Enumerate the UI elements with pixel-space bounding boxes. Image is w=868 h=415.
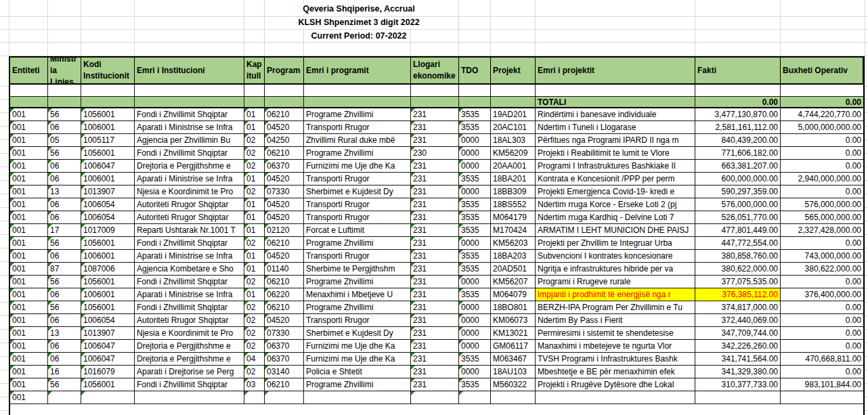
sheet-title-cell-1[interactable]: Qeveria Shqiperise, Accrual: [217, 3, 501, 15]
cell[interactable]: 3535: [459, 378, 491, 391]
cell[interactable]: 840,439,200.00: [695, 134, 781, 146]
cell[interactable]: Fondi i Zhvillimit Shqiptar: [135, 301, 244, 313]
cell[interactable]: BERZH-IPA Program Per Zhvillimin e Tu: [536, 301, 695, 313]
cell[interactable]: 0.00: [781, 314, 863, 326]
sheet-title-cell-3[interactable]: Current Period: 07-2022: [217, 30, 501, 42]
cell[interactable]: 03: [244, 378, 265, 391]
cell[interactable]: 1016079: [81, 366, 135, 378]
cell[interactable]: 1006001: [81, 121, 135, 133]
cell[interactable]: 576,000,000.00: [781, 198, 863, 211]
header-cell-program[interactable]: Program: [265, 58, 304, 83]
cell[interactable]: Programe Zhvillimi: [304, 276, 411, 288]
cell[interactable]: 01: [244, 121, 265, 133]
cell[interactable]: 231: [411, 250, 459, 262]
cell[interactable]: 3535: [459, 198, 491, 211]
cell[interactable]: 13: [48, 327, 81, 339]
totals-buxheti-cell[interactable]: 0.00: [781, 97, 863, 107]
cell[interactable]: 01: [244, 263, 265, 275]
cell[interactable]: ARMATIM I LEHT MUNICION DHE PAISJ: [536, 224, 695, 236]
cell[interactable]: 18AU103: [491, 366, 536, 378]
cell[interactable]: 001: [10, 237, 48, 249]
cell[interactable]: 03140: [265, 366, 304, 378]
cell[interactable]: 231: [411, 314, 459, 326]
cell[interactable]: 01: [244, 173, 265, 185]
cell[interactable]: 0.00: [781, 327, 863, 339]
cell[interactable]: 06220: [265, 288, 304, 301]
header-cell-emri-programit[interactable]: Emri i programit: [304, 58, 411, 83]
cell[interactable]: Agjencia Kombetare e Sho: [135, 263, 244, 275]
cell[interactable]: Kontrata e Koncesionit /PPP per perm: [536, 173, 695, 185]
cell[interactable]: 590,297,359.00: [695, 185, 781, 198]
cell[interactable]: 06210: [265, 378, 304, 391]
header-cell-emri-institucioni[interactable]: Emri i Institucioni: [135, 58, 244, 83]
header-cell-llogari-ekonomike[interactable]: Llogari ekonomike: [411, 58, 459, 83]
header-cell-entiteti[interactable]: Entiteti: [10, 58, 48, 83]
totals-empty-cell[interactable]: [265, 97, 304, 107]
cell[interactable]: 06: [48, 288, 81, 301]
cell[interactable]: 87: [48, 263, 81, 275]
empty-cell[interactable]: [411, 85, 459, 96]
totals-empty-cell[interactable]: [244, 97, 265, 107]
cell[interactable]: 1013907: [81, 327, 135, 339]
cell[interactable]: 1006054: [81, 314, 135, 326]
cell[interactable]: Furnizimi me Uje dhe Ka: [304, 353, 411, 365]
cell[interactable]: M560322: [491, 378, 536, 391]
cell[interactable]: 06210: [265, 237, 304, 249]
cell[interactable]: 576,000,000.00: [695, 198, 781, 211]
cell[interactable]: 3,477,130,870.00: [695, 108, 781, 121]
cell[interactable]: 231: [411, 173, 459, 185]
cell[interactable]: 0000: [459, 134, 491, 146]
cell[interactable]: 01: [244, 198, 265, 211]
cell[interactable]: 0.00: [781, 366, 863, 378]
cell[interactable]: 0000: [459, 301, 491, 313]
cell[interactable]: 0000: [459, 237, 491, 249]
cell[interactable]: Furnizimi me Uje dhe Ka: [304, 160, 411, 172]
cell[interactable]: 347,709,744.00: [695, 327, 781, 339]
header-cell-emri-projektit[interactable]: Emri i projektit: [536, 58, 695, 83]
cell[interactable]: Ngritja e infrastruktures hibride per va: [536, 263, 695, 275]
cell[interactable]: 17: [48, 224, 81, 236]
cell[interactable]: 06: [48, 314, 81, 326]
cell[interactable]: Forcat e Luftimit: [304, 224, 411, 236]
cell[interactable]: 1056001: [81, 237, 135, 249]
cell[interactable]: Programe Zhvillimi: [304, 301, 411, 313]
cell[interactable]: Ndertim rruga Korce - Erseke Loti 2 (pj: [536, 198, 695, 211]
cell[interactable]: 001: [10, 198, 48, 211]
cell[interactable]: 001: [10, 276, 48, 288]
cell[interactable]: KM56207: [491, 276, 536, 288]
cell[interactable]: [304, 391, 411, 403]
cell[interactable]: 01: [244, 250, 265, 262]
cell[interactable]: 663,381,207.00: [695, 160, 781, 172]
cell[interactable]: 0.00: [781, 147, 863, 159]
cell[interactable]: 600,000,000.00: [695, 173, 781, 185]
cell[interactable]: 001: [10, 327, 48, 339]
cell[interactable]: 0.00: [781, 301, 863, 313]
cell[interactable]: 04250: [265, 134, 304, 146]
cell[interactable]: 0000: [459, 147, 491, 159]
cell[interactable]: 001: [10, 378, 48, 391]
cell[interactable]: 18BO801: [491, 301, 536, 313]
cell[interactable]: 447,772,554.00: [695, 237, 781, 249]
cell[interactable]: 06: [48, 340, 81, 352]
cell[interactable]: GM06117: [491, 340, 536, 352]
cell[interactable]: KM56203: [491, 237, 536, 249]
cell[interactable]: 02: [244, 147, 265, 159]
cell[interactable]: Fondi i Zhvillimit Shqiptar: [135, 276, 244, 288]
cell[interactable]: Aparati i Ministrise se Infra: [135, 288, 244, 301]
cell[interactable]: Transporti Rrugor: [304, 250, 411, 262]
cell[interactable]: Drejtoria e Pergjithshme e: [135, 353, 244, 365]
cell[interactable]: 02120: [265, 224, 304, 236]
cell[interactable]: 001: [10, 301, 48, 313]
header-cell-kapitull[interactable]: Kapitull: [244, 58, 265, 83]
cell[interactable]: 18BB309: [491, 185, 536, 198]
cell[interactable]: 377,075,535.00: [695, 276, 781, 288]
cell[interactable]: Manaxhimi i mbetejeve te ngurta Vlor: [536, 340, 695, 352]
totals-empty-cell[interactable]: [411, 97, 459, 107]
cell[interactable]: 374,817,000.00: [695, 301, 781, 313]
cell[interactable]: 230: [411, 147, 459, 159]
cell[interactable]: 001: [10, 391, 48, 403]
cell[interactable]: Rindërtimi i banesave individuale: [536, 108, 695, 121]
cell[interactable]: 06210: [265, 276, 304, 288]
cell[interactable]: 001: [10, 108, 48, 121]
cell[interactable]: KM56209: [491, 147, 536, 159]
